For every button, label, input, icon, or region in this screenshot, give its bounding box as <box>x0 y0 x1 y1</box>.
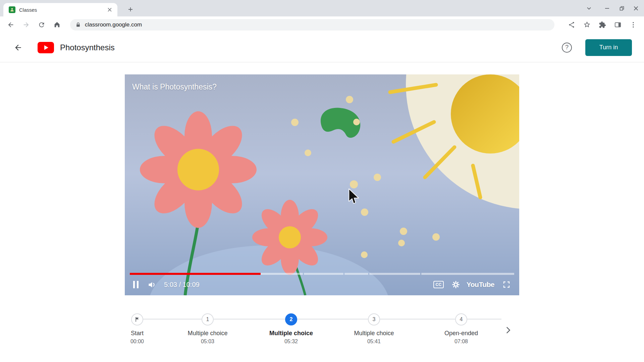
window-controls <box>585 0 640 16</box>
step-label: Open-ended <box>424 330 498 337</box>
youtube-logo-icon <box>38 42 54 53</box>
step-time: 05:32 <box>254 339 328 345</box>
pause-button[interactable] <box>133 281 139 288</box>
close-window-button[interactable] <box>632 4 640 12</box>
step-start[interactable]: Start 00:00 <box>100 313 174 345</box>
home-icon[interactable] <box>51 19 63 31</box>
step-question-4[interactable]: 4 Open-ended 07:08 <box>424 313 498 345</box>
step-question-1[interactable]: 1 Multiple choice 05:03 <box>171 313 245 345</box>
browser-window: Classes <box>0 0 644 362</box>
side-panel-icon[interactable] <box>612 19 624 31</box>
assignment-header: Photosynthesis ? Turn in <box>0 33 644 62</box>
tab-close-icon[interactable] <box>106 6 113 13</box>
step-time: 05:41 <box>337 339 411 345</box>
step-label: Multiple choice <box>171 330 245 337</box>
settings-gear-icon[interactable] <box>452 281 460 289</box>
browser-tab-classes[interactable]: Classes <box>3 3 117 16</box>
address-bar[interactable]: classroom.google.com <box>70 19 554 31</box>
extensions-icon[interactable] <box>597 19 608 31</box>
tab-title: Classes <box>19 7 106 13</box>
fullscreen-button[interactable] <box>502 281 511 289</box>
step-label: Start <box>100 330 174 337</box>
step-time: 05:03 <box>171 339 245 345</box>
closed-captions-button[interactable]: CC <box>433 281 443 288</box>
video-progress-played <box>130 273 261 275</box>
time-display: 5:03 / 10:09 <box>164 281 200 289</box>
tab-search-chevron-icon[interactable] <box>585 4 593 12</box>
start-flag-icon[interactable] <box>131 313 143 325</box>
new-tab-button[interactable] <box>125 4 136 14</box>
back-icon[interactable] <box>5 19 16 31</box>
step-label: Multiple choice <box>254 330 328 337</box>
browser-toolbar: classroom.google.com <box>0 16 644 33</box>
step-number[interactable]: 4 <box>455 313 467 325</box>
video-progress-bar[interactable] <box>130 273 514 275</box>
url-text: classroom.google.com <box>85 21 142 28</box>
player-controls: 5:03 / 10:09 CC YouTube <box>133 278 511 291</box>
step-time: 07:08 <box>424 339 498 345</box>
reload-icon[interactable] <box>36 19 47 31</box>
volume-icon[interactable] <box>148 280 157 289</box>
step-number[interactable]: 1 <box>202 313 214 325</box>
video-player[interactable]: What is Photosynthesis? 5:03 / 10:09 CC … <box>125 74 519 295</box>
step-number[interactable]: 2 <box>285 313 297 325</box>
turn-in-button[interactable]: Turn in <box>585 39 632 56</box>
site-lock-icon[interactable] <box>75 22 81 27</box>
step-number[interactable]: 3 <box>368 313 380 325</box>
step-question-2[interactable]: 2 Multiple choice 05:32 <box>254 313 328 345</box>
bookmark-star-icon[interactable] <box>581 19 593 31</box>
minimize-button[interactable] <box>603 4 611 12</box>
tab-strip: Classes <box>0 0 644 16</box>
step-label: Multiple choice <box>337 330 411 337</box>
youtube-wordmark[interactable]: YouTube <box>467 281 494 289</box>
video-scene-illustration <box>125 74 519 295</box>
page-title: Photosynthesis <box>60 43 115 52</box>
browser-menu-icon[interactable] <box>628 19 639 31</box>
classroom-favicon-icon <box>9 6 15 13</box>
mouse-cursor-icon <box>347 188 360 206</box>
page-back-icon[interactable] <box>12 42 24 54</box>
help-button[interactable]: ? <box>562 43 572 53</box>
forward-icon[interactable] <box>20 19 32 31</box>
next-questions-chevron-icon[interactable] <box>502 324 514 336</box>
step-time: 00:00 <box>100 339 174 345</box>
restore-window-button[interactable] <box>618 4 626 12</box>
video-title: What is Photosynthesis? <box>132 82 217 92</box>
step-question-3[interactable]: 3 Multiple choice 05:41 <box>337 313 411 345</box>
share-icon[interactable] <box>566 19 577 31</box>
